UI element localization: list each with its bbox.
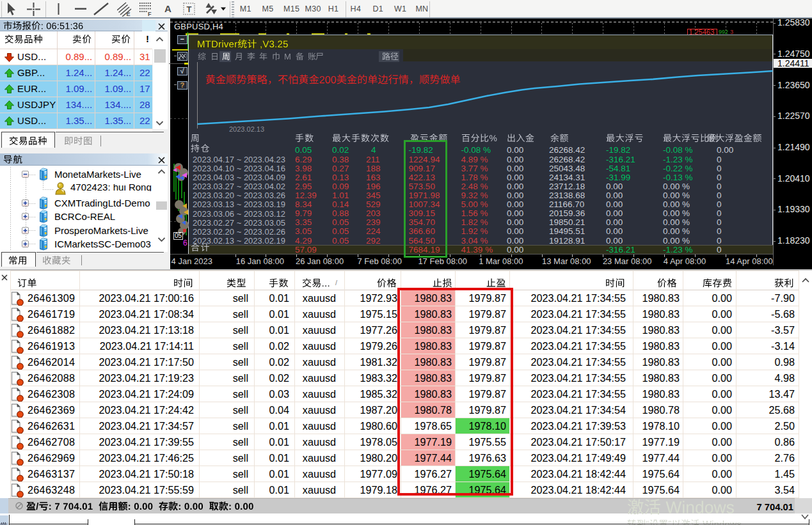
svg-text:T: T — [187, 4, 192, 14]
svg-text:F: F — [148, 11, 152, 17]
svg-text:E: E — [127, 11, 131, 17]
